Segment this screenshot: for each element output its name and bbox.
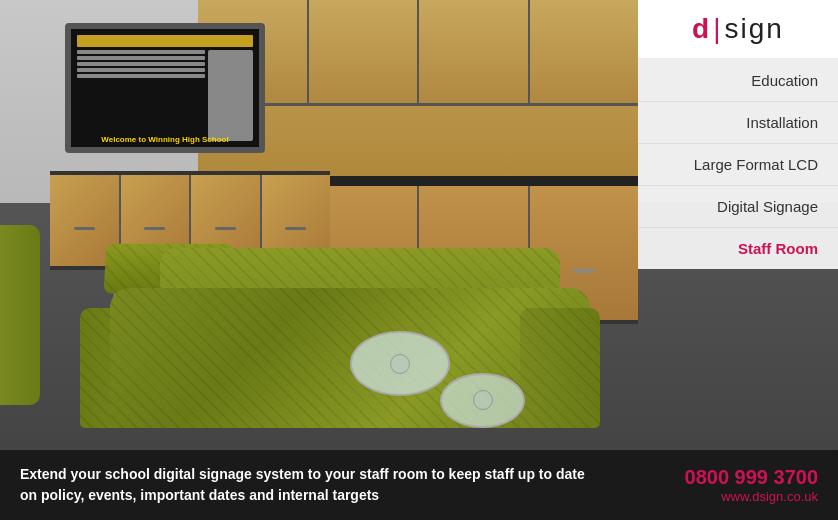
contact-info: 0800 999 3700 www.dsign.co.uk <box>685 466 818 504</box>
tv-image-block <box>208 50 253 141</box>
tv-line <box>77 50 205 54</box>
tv-header-bar <box>77 35 253 47</box>
arm-texture-right <box>520 308 600 428</box>
bottom-bar: Extend your school digital signage syste… <box>0 450 838 520</box>
table-detail <box>390 354 410 374</box>
nav-item-digital-signage[interactable]: Digital Signage <box>638 186 838 228</box>
nav-item-large-format[interactable]: Large Format LCD <box>638 144 838 186</box>
tagline: Extend your school digital signage syste… <box>20 464 600 506</box>
coffee-table-2 <box>440 373 525 428</box>
coffee-table-1 <box>350 331 450 396</box>
website-url: www.dsign.co.uk <box>685 489 818 504</box>
tv-line <box>77 56 205 60</box>
nav-item-education[interactable]: Education <box>638 60 838 102</box>
main-photo-area: Welcome to Winning High School <box>0 0 838 450</box>
tv-school-name: Welcome to Winning High School <box>101 135 228 144</box>
cabinet-cell <box>309 0 420 103</box>
tv-text-block <box>77 50 205 141</box>
nav-item-installation[interactable]: Installation <box>638 102 838 144</box>
cabinet-cell <box>530 0 639 103</box>
logo-d: d <box>692 13 711 44</box>
tv-content <box>77 50 253 141</box>
phone-number: 0800 999 3700 <box>685 466 818 489</box>
cabinet-cell <box>419 0 530 103</box>
table-detail-2 <box>473 390 493 410</box>
logo-bar: | <box>713 13 722 44</box>
tv-screen: Welcome to Winning High School <box>65 23 265 153</box>
tv-line <box>77 74 205 78</box>
logo: d|sign <box>692 13 784 45</box>
nav-item-staff-room[interactable]: Staff Room <box>638 228 838 269</box>
tv-display: Welcome to Winning High School <box>71 29 259 147</box>
tv-line <box>77 62 205 66</box>
logo-area: d|sign <box>638 0 838 60</box>
tv-line <box>77 68 205 72</box>
sofa-left-edge <box>0 225 40 405</box>
sofa-arm-right <box>520 308 600 428</box>
page-container: Welcome to Winning High School <box>0 0 838 520</box>
logo-sign: sign <box>725 13 784 44</box>
